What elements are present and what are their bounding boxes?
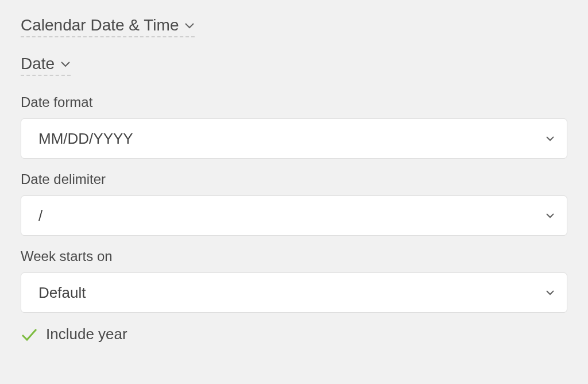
field-date-format: Date format MM/DD/YYYY bbox=[21, 94, 567, 159]
section-subtitle: Date bbox=[21, 55, 55, 73]
section-header-calendar[interactable]: Calendar Date & Time bbox=[21, 16, 195, 37]
week-starts-value: Default bbox=[38, 284, 86, 302]
date-format-select[interactable]: MM/DD/YYYY bbox=[21, 118, 567, 159]
date-delimiter-select[interactable]: / bbox=[21, 195, 567, 236]
section-title: Calendar Date & Time bbox=[21, 16, 179, 34]
date-format-label: Date format bbox=[21, 94, 567, 110]
section-header-date[interactable]: Date bbox=[21, 55, 71, 76]
chevron-down-icon bbox=[545, 210, 555, 221]
checkmark-icon bbox=[21, 326, 38, 343]
chevron-down-icon bbox=[545, 133, 555, 144]
field-week-starts: Week starts on Default bbox=[21, 248, 567, 313]
include-year-checkbox[interactable]: Include year bbox=[21, 325, 567, 343]
date-delimiter-label: Date delimiter bbox=[21, 171, 567, 187]
include-year-label: Include year bbox=[46, 325, 127, 343]
chevron-down-icon bbox=[60, 59, 71, 69]
date-format-value: MM/DD/YYYY bbox=[38, 130, 133, 148]
chevron-down-icon bbox=[184, 20, 195, 30]
date-delimiter-value: / bbox=[38, 207, 42, 225]
week-starts-label: Week starts on bbox=[21, 248, 567, 264]
week-starts-select[interactable]: Default bbox=[21, 272, 567, 313]
chevron-down-icon bbox=[545, 287, 555, 298]
field-date-delimiter: Date delimiter / bbox=[21, 171, 567, 236]
